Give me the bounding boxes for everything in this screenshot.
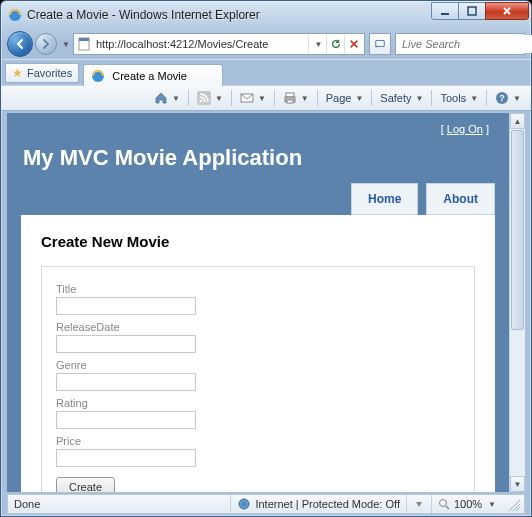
help-icon: ? [495, 91, 509, 105]
ie-window: Create a Movie - Windows Internet Explor… [0, 0, 532, 517]
logon-link[interactable]: Log On [447, 123, 483, 135]
mail-cmd-button[interactable]: ▼ [236, 88, 270, 108]
back-button[interactable] [7, 31, 33, 57]
star-icon: ★ [12, 66, 23, 80]
nav-history-dropdown[interactable]: ▼ [59, 40, 71, 49]
search-box: ▼ [395, 33, 525, 55]
refresh-button[interactable] [326, 35, 344, 53]
nav-about[interactable]: About [426, 183, 495, 215]
feeds-cmd-button[interactable]: ▼ [193, 88, 227, 108]
nav-home[interactable]: Home [351, 183, 418, 215]
tab-page-icon [90, 68, 106, 84]
status-zoom[interactable]: 100% ▼ [431, 495, 502, 513]
window-title: Create a Movie - Windows Internet Explor… [27, 8, 260, 22]
forward-button[interactable] [35, 33, 57, 55]
minimize-button[interactable] [431, 2, 459, 20]
home-cmd-button[interactable]: ▼ [150, 88, 184, 108]
ie-logo-icon [7, 7, 23, 23]
maximize-button[interactable] [458, 2, 486, 20]
svg-rect-11 [286, 93, 294, 97]
address-dropdown[interactable]: ▼ [308, 35, 326, 53]
svg-rect-2 [468, 7, 476, 15]
globe-icon [237, 497, 251, 511]
page-icon [76, 36, 92, 52]
favorites-button[interactable]: ★ Favorites [5, 63, 79, 83]
scroll-thumb[interactable] [511, 130, 524, 330]
svg-rect-4 [79, 38, 89, 41]
svg-point-17 [439, 500, 446, 507]
site-nav: Home About [21, 183, 495, 215]
safety-cmd-menu[interactable]: Safety▼ [376, 88, 427, 108]
shield-dropdown-icon [413, 498, 425, 510]
search-input[interactable] [400, 35, 532, 53]
status-text: Done [12, 498, 40, 510]
web-page: [ Log On ] My MVC Movie Application Home… [7, 113, 509, 492]
input-genre[interactable] [56, 373, 196, 391]
form-fieldset: Title ReleaseDate Genre Rating Price Cre… [41, 266, 475, 492]
resize-grip[interactable] [506, 497, 520, 511]
command-bar: ▼ ▼ ▼ ▼ Page▼ Safety▼ Tools▼ ? [1, 85, 531, 111]
close-button[interactable] [485, 2, 529, 20]
label-title: Title [56, 283, 460, 295]
scroll-down-button[interactable]: ▼ [510, 476, 525, 492]
page-cmd-menu[interactable]: Page▼ [322, 88, 368, 108]
svg-point-9 [199, 100, 202, 103]
input-releasedate[interactable] [56, 335, 196, 353]
status-zone[interactable]: Internet | Protected Mode: Off [230, 495, 406, 513]
page-cmd-label: Page [326, 92, 352, 104]
address-bar: ▼ [73, 33, 365, 55]
label-rating: Rating [56, 397, 460, 409]
safety-cmd-label: Safety [380, 92, 411, 104]
stop-button[interactable] [344, 35, 362, 53]
rss-icon [197, 91, 211, 105]
svg-text:?: ? [499, 93, 505, 103]
window-controls [432, 2, 529, 20]
tab-label: Create a Movie [112, 70, 187, 82]
create-button[interactable]: Create [56, 477, 115, 492]
page-heading: Create New Movie [41, 233, 475, 250]
input-title[interactable] [56, 297, 196, 315]
favorites-row: ★ Favorites Create a Movie [1, 59, 531, 85]
input-price[interactable] [56, 449, 196, 467]
address-input[interactable] [94, 35, 308, 53]
print-cmd-button[interactable]: ▼ [279, 88, 313, 108]
titlebar: Create a Movie - Windows Internet Explor… [1, 1, 531, 29]
label-genre: Genre [56, 359, 460, 371]
nav-row: ▼ ▼ ▼ [1, 29, 531, 59]
logon-row: [ Log On ] [21, 121, 495, 141]
svg-rect-1 [441, 13, 449, 15]
compat-view-button[interactable] [369, 33, 391, 55]
input-rating[interactable] [56, 411, 196, 429]
svg-rect-13 [287, 100, 293, 103]
app-title: My MVC Movie Application [23, 145, 495, 171]
browser-tab[interactable]: Create a Movie [83, 64, 223, 86]
content-viewport: [ Log On ] My MVC Movie Application Home… [7, 113, 525, 492]
favorites-label: Favorites [27, 67, 72, 79]
scroll-up-button[interactable]: ▲ [510, 113, 525, 129]
label-price: Price [56, 435, 460, 447]
status-bar: Done Internet | Protected Mode: Off 100%… [7, 494, 525, 514]
vertical-scrollbar[interactable]: ▲ ▼ [509, 113, 525, 492]
tools-cmd-label: Tools [440, 92, 466, 104]
zoom-icon [438, 498, 450, 510]
print-icon [283, 91, 297, 105]
label-releasedate: ReleaseDate [56, 321, 460, 333]
svg-rect-5 [376, 41, 385, 47]
mail-icon [240, 91, 254, 105]
main-panel: Create New Movie Title ReleaseDate Genre… [21, 215, 495, 492]
tools-cmd-menu[interactable]: Tools▼ [436, 88, 482, 108]
status-protected-toggle[interactable] [406, 495, 431, 513]
home-icon [154, 91, 168, 105]
help-cmd-button[interactable]: ? ▼ [491, 88, 525, 108]
